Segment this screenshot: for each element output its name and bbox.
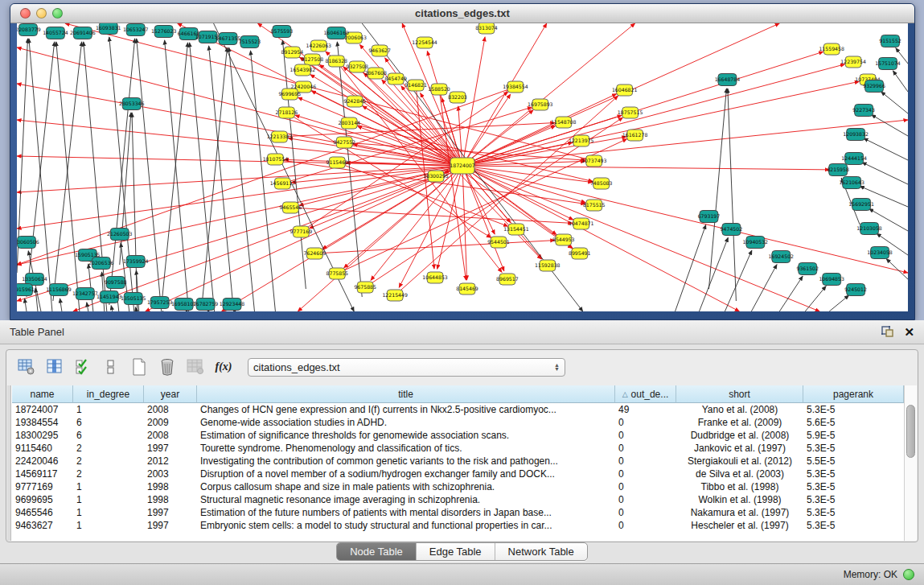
- graph-node[interactable]: 10653247: [123, 24, 149, 36]
- graph-node[interactable]: 2718126: [276, 107, 298, 118]
- network-window-titlebar[interactable]: citations_edges.txt: [10, 4, 914, 23]
- graph-node[interactable]: 12103058: [856, 223, 882, 235]
- graph-node[interactable]: 14569117: [270, 178, 296, 189]
- graph-node[interactable]: 23060506: [17, 237, 39, 249]
- graph-node[interactable]: 12215449: [382, 290, 408, 301]
- edit-table-columns-icon[interactable]: [44, 356, 65, 377]
- network-canvas[interactable]: 1872400718300295891295414226063912750816…: [17, 23, 908, 311]
- close-panel-icon[interactable]: ✕: [904, 325, 914, 340]
- column-header-out_degree[interactable]: △out_de...: [615, 385, 676, 403]
- tab-network-table[interactable]: Network Table: [495, 543, 587, 560]
- graph-node[interactable]: 3915961: [17, 284, 35, 296]
- graph-node[interactable]: 9245012: [844, 284, 867, 296]
- graph-node[interactable]: 1588520: [428, 84, 450, 95]
- table-row[interactable]: 2242004622012Investigating the contribut…: [12, 455, 904, 468]
- minimize-window-button[interactable]: [36, 8, 47, 19]
- graph-node[interactable]: 9115460: [326, 157, 349, 168]
- graph-node[interactable]: 10234058: [867, 247, 893, 259]
- graph-node[interactable]: 17957253: [147, 297, 173, 309]
- table-source-dropdown[interactable]: citations_edges.txt ▲▼: [248, 358, 565, 377]
- graph-node[interactable]: 9675885: [354, 282, 376, 293]
- graph-node[interactable]: 20691406: [70, 27, 96, 39]
- graph-node[interactable]: 18107554: [263, 154, 289, 165]
- column-header-name[interactable]: name: [12, 385, 73, 403]
- graph-node[interactable]: 8575593: [271, 26, 294, 38]
- citation-network-graph[interactable]: 1872400718300295891295414226063912750816…: [17, 23, 908, 311]
- graph-node[interactable]: 12239754: [840, 56, 866, 68]
- graph-node[interactable]: 7624605: [304, 248, 326, 259]
- graph-node[interactable]: 15692951: [848, 199, 874, 211]
- memory-ok-indicator[interactable]: [903, 569, 914, 580]
- graph-node[interactable]: 8454749: [384, 73, 407, 84]
- table-settings-icon[interactable]: [16, 356, 37, 377]
- graph-node[interactable]: 9699695: [279, 89, 302, 100]
- graph-node[interactable]: 9146821: [405, 80, 427, 91]
- graph-node[interactable]: 16924502: [769, 251, 795, 263]
- graph-node[interactable]: 9544501: [487, 237, 510, 248]
- graph-node[interactable]: 14671355: [216, 33, 241, 45]
- close-window-button[interactable]: [20, 8, 31, 19]
- column-header-title[interactable]: title: [197, 385, 615, 403]
- table-row[interactable]: 1872400712008Changes of HCN gene express…: [12, 403, 904, 416]
- graph-node[interactable]: 11592838: [535, 260, 561, 271]
- graph-node[interactable]: 8969517: [496, 274, 519, 285]
- table-row[interactable]: 977716911998Corpus callosum shape and si…: [12, 480, 904, 493]
- graph-node[interactable]: 8186328: [326, 56, 348, 67]
- create-table-icon[interactable]: [129, 356, 150, 377]
- graph-node[interactable]: 10644853: [422, 272, 448, 283]
- graph-node[interactable]: 10940532: [743, 237, 769, 249]
- graph-node[interactable]: 9474502: [721, 224, 743, 236]
- graph-node[interactable]: 6793197: [698, 211, 721, 223]
- graph-node[interactable]: 16648784: [715, 74, 741, 86]
- graph-node[interactable]: 2867608: [364, 68, 387, 79]
- graph-node[interactable]: 9242845: [343, 96, 366, 107]
- graph-node[interactable]: 7515523: [239, 36, 261, 48]
- scrollbar-thumb[interactable]: [906, 405, 915, 458]
- graph-node[interactable]: 2803144: [338, 117, 360, 129]
- network-view-window[interactable]: citations_edges.txt 18724007183002958912…: [10, 3, 915, 320]
- graph-node[interactable]: 17359924: [123, 256, 149, 268]
- graph-node[interactable]: 14226063: [306, 40, 332, 51]
- graph-node[interactable]: 8912954: [281, 47, 304, 58]
- table-row[interactable]: 1938455462009Genome-wide association stu…: [12, 416, 904, 429]
- graph-node[interactable]: 22083779: [17, 24, 41, 36]
- graph-node[interactable]: 9777169: [290, 226, 313, 237]
- select-all-icon[interactable]: [72, 356, 93, 377]
- graph-node[interactable]: 8313074: [475, 23, 498, 34]
- graph-node[interactable]: 8215958: [827, 164, 849, 176]
- graph-node[interactable]: 8145469: [456, 283, 478, 295]
- graph-node[interactable]: 13154451: [503, 224, 529, 235]
- table-row[interactable]: 1830029562008Estimation of significance …: [12, 429, 904, 442]
- table-row[interactable]: 969969511998Structural magnetic resonanc…: [12, 493, 904, 506]
- row-options-icon[interactable]: [101, 356, 121, 377]
- graph-node[interactable]: 16782759: [193, 299, 219, 311]
- graph-node[interactable]: 20206536: [88, 257, 114, 270]
- graph-node[interactable]: 8427552: [333, 137, 355, 148]
- graph-node[interactable]: 12923448: [220, 299, 245, 311]
- graph-node[interactable]: 9329966: [863, 80, 885, 93]
- table-row[interactable]: 946554611997Estimation of the future num…: [12, 506, 904, 519]
- graph-node[interactable]: 18724007: [450, 158, 475, 174]
- graph-node[interactable]: 10694853: [819, 274, 844, 286]
- graph-node[interactable]: 11451943: [97, 291, 122, 303]
- graph-node[interactable]: 12444154: [841, 153, 867, 165]
- graph-node[interactable]: 15751074: [875, 58, 901, 70]
- tab-edge-table[interactable]: Edge Table: [417, 543, 495, 560]
- graph-node[interactable]: 7485083: [590, 178, 613, 189]
- function-builder-icon[interactable]: f(x): [213, 356, 234, 377]
- graph-node[interactable]: 18757515: [618, 107, 643, 118]
- vertical-scrollbar[interactable]: [904, 385, 917, 541]
- graph-node[interactable]: 9463627: [368, 45, 391, 56]
- graph-node[interactable]: 9151552: [879, 35, 901, 47]
- column-header-in_degree[interactable]: in_degree: [73, 385, 144, 403]
- graph-node[interactable]: 8995491: [569, 248, 591, 259]
- graph-node[interactable]: 12254544: [412, 37, 437, 48]
- graph-node[interactable]: 9097588: [105, 277, 127, 289]
- graph-node[interactable]: 21260503: [107, 229, 133, 241]
- column-header-short[interactable]: short: [676, 385, 803, 403]
- table-row[interactable]: 911546021997Tourette syndrome. Phenomeno…: [12, 442, 904, 455]
- delete-table-icon[interactable]: [157, 356, 178, 377]
- graph-node[interactable]: 11559458: [819, 43, 844, 55]
- table-row[interactable]: 1456911722003Disruption of a novel membe…: [12, 468, 904, 480]
- graph-node[interactable]: 8775855: [326, 268, 349, 279]
